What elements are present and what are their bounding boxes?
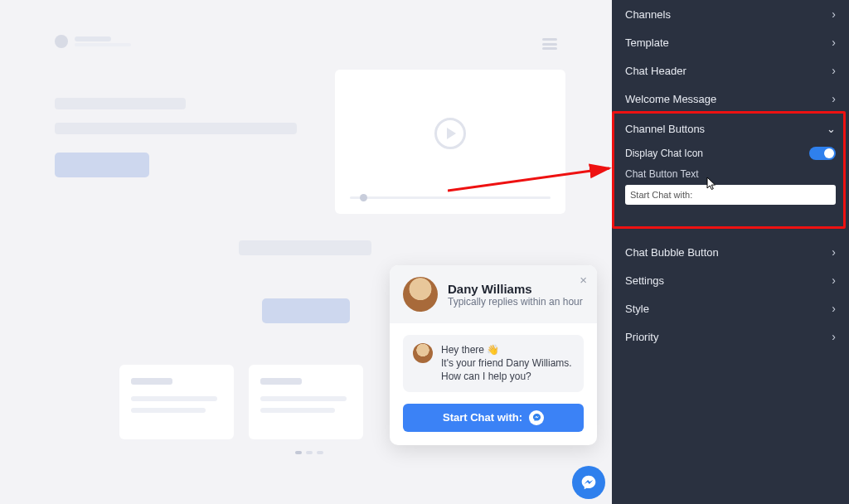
sidebar-item-label: Welcome Message	[625, 93, 716, 105]
messenger-icon	[529, 410, 544, 425]
wf-card	[249, 365, 363, 439]
chevron-right-icon: ›	[832, 330, 836, 343]
chevron-right-icon: ›	[832, 36, 836, 49]
chat-header: × Dany Williams Typically replies within…	[390, 265, 597, 323]
wf-carousel-dots	[295, 451, 323, 454]
wf-button-placeholder	[262, 298, 350, 323]
sidebar-item-welcome-message[interactable]: Welcome Message ›	[612, 85, 849, 113]
sidebar-item-label: Chat Bubble Button	[625, 246, 719, 259]
start-chat-label: Start Chat with:	[443, 411, 522, 424]
agent-avatar-small	[413, 343, 433, 363]
chevron-right-icon: ›	[832, 92, 836, 105]
chevron-right-icon: ›	[832, 302, 836, 315]
chevron-right-icon: ›	[832, 7, 836, 21]
settings-sidebar: Channels › Template › Chat Header › Welc…	[612, 0, 849, 504]
chat-button-text-input[interactable]	[625, 185, 836, 205]
cursor-icon	[706, 177, 718, 194]
sidebar-item-label: Channels	[625, 8, 671, 21]
chevron-right-icon: ›	[832, 245, 836, 259]
chat-button-text-label: Chat Button Text	[625, 168, 836, 180]
welcome-message: Hey there 👋 It's your friend Dany Willia…	[403, 335, 584, 392]
section-title: Channel Buttons	[625, 123, 705, 135]
wf-card	[119, 365, 234, 439]
play-icon	[434, 118, 466, 149]
display-chat-icon-label: Display Chat Icon	[625, 148, 703, 159]
sidebar-item-chat-header[interactable]: Chat Header ›	[612, 56, 849, 85]
hamburger-icon	[542, 38, 557, 50]
agent-avatar	[403, 277, 438, 312]
sidebar-item-priority[interactable]: Priority ›	[612, 322, 849, 351]
chat-launcher-button[interactable]	[572, 466, 605, 499]
chevron-right-icon: ›	[832, 274, 836, 287]
reply-hint: Typically replies within an hour	[448, 296, 583, 308]
sidebar-item-label: Chat Header	[625, 65, 686, 77]
wf-video-placeholder	[335, 70, 565, 214]
sidebar-item-chat-bubble-button[interactable]: Chat Bubble Button ›	[612, 238, 849, 266]
close-icon[interactable]: ×	[580, 274, 587, 286]
sidebar-item-label: Settings	[625, 274, 664, 287]
chevron-right-icon: ›	[832, 64, 836, 77]
sidebar-item-settings[interactable]: Settings ›	[612, 266, 849, 294]
sidebar-item-style[interactable]: Style ›	[612, 294, 849, 322]
wf-text-placeholder	[239, 240, 371, 255]
sidebar-section-channel-buttons: Channel Buttons ⌄ Display Chat Icon Chat…	[612, 113, 849, 221]
display-chat-icon-toggle[interactable]	[809, 147, 836, 160]
greeting-line: It's your friend Dany Williams. How can …	[441, 356, 574, 383]
chat-widget: × Dany Williams Typically replies within…	[390, 265, 597, 445]
preview-canvas: × Dany Williams Typically replies within…	[0, 0, 612, 504]
sidebar-item-label: Priority	[625, 331, 658, 343]
agent-name: Dany Williams	[448, 282, 583, 296]
wf-heading-placeholder	[55, 98, 186, 109]
wf-subheading-placeholder	[55, 123, 297, 134]
greeting-line: Hey there 👋	[441, 343, 574, 356]
sidebar-item-label: Template	[625, 36, 669, 49]
wf-logo	[55, 35, 131, 48]
start-chat-button[interactable]: Start Chat with:	[403, 404, 584, 432]
chevron-down-icon[interactable]: ⌄	[827, 123, 836, 135]
sidebar-item-channels[interactable]: Channels ›	[612, 0, 849, 28]
sidebar-item-template[interactable]: Template ›	[612, 28, 849, 56]
messenger-icon	[580, 474, 597, 491]
sidebar-item-label: Style	[625, 303, 649, 315]
wf-cta-placeholder	[55, 153, 149, 177]
